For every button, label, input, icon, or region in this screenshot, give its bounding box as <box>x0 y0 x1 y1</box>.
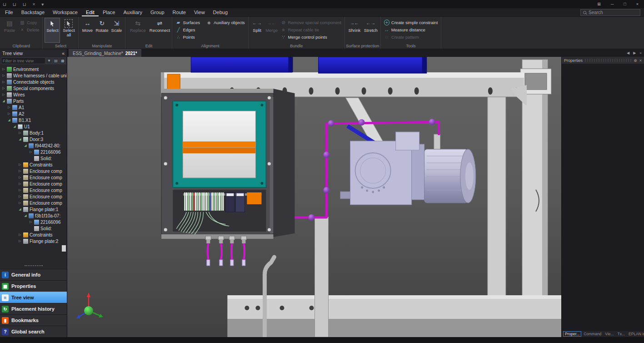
expander-icon[interactable]: ▷ <box>7 106 11 109</box>
tree-item-f944f242-80-[interactable]: ◢ f944f242-80: <box>0 142 67 149</box>
din-rail-lower[interactable] <box>183 148 255 153</box>
customize-dropdown-icon[interactable]: ▾ <box>41 2 44 7</box>
menu-tab-view[interactable]: View <box>190 9 209 16</box>
document-tab[interactable]: ESS_Grinding_Machine* 2021* <box>69 49 141 57</box>
minimize-button[interactable]: ─ <box>611 2 614 6</box>
tree-item-wire-harnesses-cable-uni[interactable]: ▷ Wire harnesses / cable uni <box>0 72 67 79</box>
expander-icon[interactable]: ◢ <box>13 125 16 128</box>
tree-item-parts[interactable]: ◢ Parts <box>0 98 67 104</box>
3d-viewport[interactable] <box>67 57 561 337</box>
tree-item-22166096[interactable]: ▷ 22166096 <box>0 149 67 155</box>
create-simple-constraint-button[interactable]: + Create simple constraint <box>383 19 439 26</box>
dock-tab-tx[interactable]: Tx... <box>616 332 627 336</box>
repeat-cable-tie-button[interactable]: ≡ Repeat cable tie <box>280 26 343 33</box>
expander-icon[interactable]: ▷ <box>18 169 22 173</box>
electrical-enclosure[interactable] <box>161 89 295 239</box>
tree-item-body-1[interactable]: ▷ Body:1 <box>0 130 67 136</box>
tree-item-enclosure-comp[interactable]: ▷ Enclosure comp <box>0 174 67 181</box>
expander-icon[interactable]: ◢ <box>24 214 27 217</box>
expander-icon[interactable]: ▷ <box>18 163 22 166</box>
tree-item-enclosure-comp[interactable]: ▷ Enclosure comp <box>0 200 67 206</box>
panel-button-tree-view[interactable]: ≡Tree view <box>0 292 67 303</box>
create-pattern-button[interactable]: ∷ Create pattern <box>383 34 439 40</box>
dock-tab-vie[interactable]: Vie... <box>604 332 615 336</box>
expander-icon[interactable]: ▷ <box>2 74 5 77</box>
shrink-button[interactable]: →← Shrink <box>347 18 362 43</box>
tree-item-flange-plate-1[interactable]: ◢ Flange plate:1 <box>0 206 67 212</box>
expander-icon[interactable]: ◢ <box>2 99 5 103</box>
dock-tab-eplanint[interactable]: EPLAN int <box>627 332 644 336</box>
expander-icon[interactable]: ▷ <box>18 233 22 237</box>
select-button[interactable]: Select <box>45 18 60 43</box>
tree-item-flange-plate-2[interactable]: ▷ Flange plate:2 <box>0 238 67 244</box>
tree-item-enclosure-comp[interactable]: ▷ Enclosure comp <box>0 168 67 174</box>
expander-icon[interactable]: ◢ <box>18 137 22 141</box>
save-icon[interactable]: ⊔ <box>23 2 26 7</box>
menu-tab-place[interactable]: Place <box>99 9 120 16</box>
expander-icon[interactable]: ◢ <box>18 207 22 211</box>
menu-tab-edit[interactable]: Edit <box>82 9 99 16</box>
export-icon[interactable]: ⊔ <box>13 2 16 7</box>
tree-item-enclosure-comp[interactable]: ▷ Enclosure comp <box>0 181 67 187</box>
tree-scrollbar-thumb[interactable] <box>62 245 66 252</box>
reconnect-button[interactable]: ⇌ Reconnect <box>149 18 170 43</box>
surfaces-button[interactable]: ▰ Surfaces <box>174 19 201 26</box>
expander-icon[interactable]: ▷ <box>29 150 33 154</box>
maximize-button[interactable]: □ <box>624 2 626 6</box>
tree-item-wires[interactable]: ▷ Wires <box>0 91 67 98</box>
expander-icon[interactable]: ◢ <box>24 144 27 147</box>
tree-item-constraints[interactable]: ▷ Constraints <box>0 161 67 168</box>
merge-control-points-button[interactable]: ∵ Merge control points <box>280 34 343 40</box>
layout-button[interactable]: ⊞ <box>597 2 601 6</box>
expander-icon[interactable]: ▷ <box>2 93 5 96</box>
rotate-button[interactable]: ↻ Rotate <box>95 18 109 43</box>
menu-tab-file[interactable]: File <box>1 9 17 16</box>
din-rail-upper[interactable] <box>183 141 255 147</box>
menu-tab-auxiliary[interactable]: Auxiliary <box>119 9 146 16</box>
expander-icon[interactable]: ▷ <box>18 239 22 243</box>
menu-tab-workspace[interactable]: Workspace <box>49 9 82 16</box>
scroll-tabs-right-icon[interactable]: ▶ <box>633 51 636 55</box>
panel-splitter[interactable] <box>25 265 43 269</box>
menu-tab-group[interactable]: Group <box>146 9 169 16</box>
expander-icon[interactable]: ▷ <box>18 131 22 135</box>
expander-icon[interactable]: ▷ <box>18 188 22 192</box>
tree-item-f3b1f10a-07-[interactable]: ◢ f3b1f10a-07: <box>0 212 67 219</box>
tree-item-a2[interactable]: ▷ A2 <box>0 111 67 117</box>
tree-item-special-components[interactable]: ▷ Special components <box>0 85 67 91</box>
expander-icon[interactable]: ◢ <box>7 118 11 122</box>
pin-icon[interactable]: ⊕ <box>634 58 637 63</box>
copy-button[interactable]: ▥ Copy <box>18 19 40 26</box>
cable-duct[interactable] <box>247 192 261 204</box>
menu-tab-debug[interactable]: Debug <box>209 9 232 16</box>
expander-icon[interactable]: ▷ <box>18 201 22 205</box>
expander-icon[interactable]: ▷ <box>2 86 5 90</box>
tree-item-enclosure-comp[interactable]: ▷ Enclosure comp <box>0 193 67 200</box>
scroll-tabs-left-icon[interactable]: ◀ <box>627 51 629 55</box>
close-tab-icon[interactable]: × <box>639 51 642 55</box>
tree-item-connectable-objects[interactable]: ▷ Connectable objects <box>0 79 67 85</box>
move-button[interactable]: ↔ Move <box>80 18 94 43</box>
merge-button[interactable]: →← Merge <box>265 18 279 43</box>
expander-icon[interactable]: ▷ <box>29 220 33 224</box>
properties-panel-header[interactable]: Properties ⊕ × <box>562 57 644 64</box>
tree-item-enclosure-comp[interactable]: ▷ Enclosure comp <box>0 187 67 193</box>
tree-item-environment[interactable]: ▷ Environment <box>0 66 67 72</box>
expander-icon[interactable]: ▷ <box>18 195 22 198</box>
expander-icon[interactable]: ▷ <box>18 182 22 186</box>
close-icon[interactable]: × <box>639 58 642 63</box>
tree-item-solid-[interactable]: Solid: <box>0 155 67 161</box>
menu-tab-backstage[interactable]: Backstage <box>17 9 49 16</box>
dock-tab-command[interactable]: Command <box>582 332 603 336</box>
menu-tab-route[interactable]: Route <box>169 9 190 16</box>
auxiliary-objects-button[interactable]: ◈ Auxiliary objects <box>205 19 246 26</box>
tree-item-door-3[interactable]: ◢ Door:3 <box>0 136 67 142</box>
expander-icon[interactable]: ▷ <box>2 67 5 71</box>
panel-button-properties[interactable]: ▦Properties <box>0 280 67 292</box>
scale-button[interactable]: ⇲ Scale <box>110 18 123 43</box>
tree-item-22166096[interactable]: ▷ 22166096 <box>0 219 67 225</box>
measure-distance-button[interactable]: ↔ Measure distance <box>383 26 439 33</box>
select-all-button[interactable]: Select all <box>61 18 76 43</box>
tree-item-a1[interactable]: ▷ A1 <box>0 104 67 111</box>
tree-item-solid-[interactable]: Solid: <box>0 225 67 232</box>
